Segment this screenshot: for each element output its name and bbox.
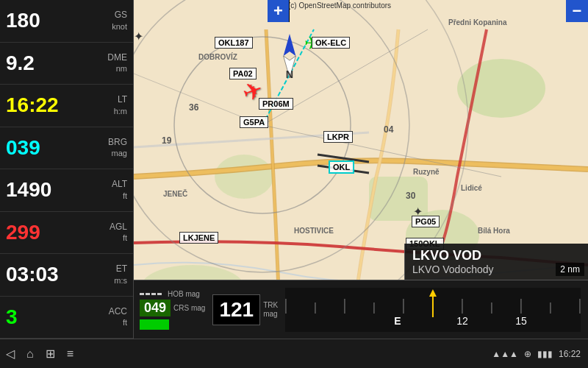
svg-text:E: E bbox=[394, 315, 401, 327]
instrument-panel: 180 GS knot 9.2 DME nm 16:22 LT h:m 039 … bbox=[0, 0, 134, 339]
town-jenec: JENEČ bbox=[163, 190, 187, 198]
battery-icon: ▮▮▮ bbox=[537, 349, 553, 359]
svg-text:19: 19 bbox=[162, 135, 172, 146]
trk-box: 121 bbox=[212, 294, 260, 325]
town-ruzyne: Ruzyně bbox=[413, 168, 440, 176]
waypoint-okl: OKL bbox=[329, 160, 354, 174]
overview-button[interactable]: ⊞ bbox=[40, 347, 61, 361]
brg-value: 039 bbox=[6, 136, 79, 160]
svg-text:04: 04 bbox=[384, 124, 394, 135]
status-bar: ▲▲▲ ⊕ ▮▮▮ 16:22 bbox=[492, 349, 588, 359]
town-dobroviz: DOBROVÍZ bbox=[198, 53, 237, 61]
acc-row: 3 ACC ft bbox=[0, 297, 133, 339]
waypoint-pg05: PG05 bbox=[412, 216, 440, 227]
alt-row: 1490 ALT ft bbox=[0, 169, 133, 212]
waypoint-lkjene: LKJENE bbox=[179, 232, 218, 244]
svg-point-3 bbox=[215, 155, 273, 199]
svg-text:12: 12 bbox=[456, 315, 468, 327]
et-label: ET m:s bbox=[114, 263, 127, 286]
svg-text:15: 15 bbox=[515, 315, 527, 327]
zoom-in-button[interactable]: + bbox=[268, 0, 290, 22]
crs-label: CRS mag bbox=[173, 304, 205, 312]
acc-value: 3 bbox=[6, 305, 79, 329]
gps-icon: ⊕ bbox=[524, 349, 531, 359]
back-button[interactable]: ◁ bbox=[0, 347, 21, 361]
star-marker-2: ✦ bbox=[134, 29, 143, 43]
zoom-out-button[interactable]: − bbox=[566, 0, 588, 22]
alt-value: 1490 bbox=[6, 178, 79, 202]
hob-label: HOB mag bbox=[168, 290, 200, 298]
acc-label: ACC ft bbox=[109, 306, 127, 328]
waypoint-pa02: PA02 bbox=[229, 68, 257, 79]
waypoint-ok-elc: OK-ELC bbox=[312, 37, 350, 49]
signal-bar bbox=[140, 319, 169, 330]
svg-text:30: 30 bbox=[406, 191, 416, 201]
crs-value: 049 bbox=[140, 300, 171, 316]
compass-bar: HOB mag 049 CRS mag 121 TRKmag E 12 bbox=[134, 280, 588, 339]
dme-value: 9.2 bbox=[6, 52, 79, 75]
clock: 16:22 bbox=[559, 349, 581, 359]
svg-text:36: 36 bbox=[189, 102, 199, 113]
info-name: LKVO VOD bbox=[412, 248, 581, 263]
town-predni-kopanina: Předni Kopanina bbox=[448, 18, 506, 26]
agl-label: AGL ft bbox=[110, 222, 127, 244]
waypoint-lkpr: LKPR bbox=[323, 131, 353, 143]
trk-label: TRKmag bbox=[263, 301, 278, 319]
dme-label: DME nm bbox=[107, 52, 127, 74]
agl-row: 299 AGL ft bbox=[0, 212, 133, 255]
hob-dash bbox=[140, 293, 162, 295]
lt-value: 16:22 bbox=[6, 93, 79, 117]
gs-row: 180 GS knot bbox=[0, 0, 133, 43]
gs-label: GS knot bbox=[112, 10, 127, 32]
dme-row: 9.2 DME nm bbox=[0, 43, 133, 85]
waypoint-pr06m: PR06M bbox=[259, 98, 293, 110]
home-button[interactable]: ⌂ bbox=[21, 347, 40, 361]
compass-tape: E 12 15 bbox=[285, 288, 581, 332]
brg-row: 039 BRG mag bbox=[0, 127, 133, 170]
gs-value: 180 bbox=[6, 9, 79, 32]
hob-row: HOB mag bbox=[140, 290, 205, 298]
copyright-text: (c) OpenStreetMap contributors bbox=[288, 1, 391, 10]
waypoint-g5pa: G5PA bbox=[240, 116, 268, 128]
lt-row: 16:22 LT h:m bbox=[0, 85, 133, 127]
hob-crs-display: HOB mag 049 CRS mag bbox=[140, 290, 205, 330]
svg-marker-20 bbox=[284, 34, 296, 56]
menu-button[interactable]: ≡ bbox=[61, 347, 79, 361]
brg-label: BRG mag bbox=[108, 137, 127, 159]
waypoint-okl187: OKL187 bbox=[215, 37, 253, 49]
agl-value: 299 bbox=[6, 221, 79, 244]
et-value: 03:03 bbox=[6, 263, 79, 286]
town-bila-hora: Bílá Hora bbox=[478, 227, 510, 235]
bottom-navigation: ◁ ⌂ ⊞ ≡ ▲▲▲ ⊕ ▮▮▮ 16:22 bbox=[0, 339, 588, 368]
alt-label: ALT ft bbox=[112, 179, 127, 201]
et-row: 03:03 ET m:s bbox=[0, 254, 133, 297]
crs-row: 049 CRS mag bbox=[140, 300, 205, 316]
scale-indicator: 2 nm bbox=[556, 263, 584, 276]
town-lidice: Lidicé bbox=[461, 184, 482, 192]
town-hostivice: HOSTIVICE bbox=[294, 227, 334, 235]
svg-text:N: N bbox=[286, 68, 293, 80]
north-arrow: N bbox=[268, 29, 312, 81]
signal-icon: ▲▲▲ bbox=[492, 349, 518, 359]
lt-label: LT h:m bbox=[114, 94, 127, 116]
